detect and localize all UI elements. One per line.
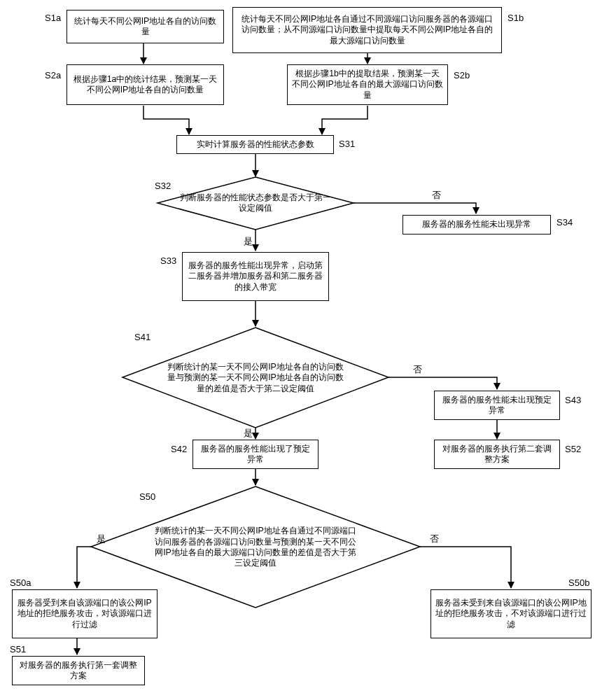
node-s51-text: 对服务器的服务执行第一套调整方案 (17, 660, 140, 682)
label-s32: S32 (153, 181, 172, 192)
edge-s50-no: 否 (430, 533, 439, 545)
edge-s50-yes: 是 (97, 533, 106, 545)
node-s32-text: 判断服务器的性能状态参数是否大于第一设定阈值 (175, 192, 336, 214)
label-s33: S33 (159, 255, 178, 267)
label-s50: S50 (138, 491, 157, 503)
node-s50-text: 判断统计的某一天不同公网IP地址各自通过不同源端口访问服务器的各源端口访问数量与… (149, 526, 362, 568)
edge-s41-no: 否 (413, 364, 422, 375)
label-s41: S41 (133, 332, 152, 343)
node-s50b: 服务器未受到来自该源端口的该公网IP地址的拒绝服务攻击，不对该源端口进行过滤 (430, 589, 592, 638)
label-s2a: S2a (43, 70, 62, 81)
node-s50a-text: 服务器受到来自该源端口的该公网IP地址的拒绝服务攻击，对该源端口进行过滤 (17, 598, 153, 630)
node-s52-text: 对服务器的服务执行第二套调整方案 (439, 444, 555, 465)
node-s42: 服务器的服务性能出现了预定异常 (192, 440, 318, 469)
node-s33: 服务器的服务性能出现异常，启动第二服务器并增加服务器和第二服务器的接入带宽 (182, 252, 329, 301)
label-s31: S31 (337, 139, 356, 150)
node-s2b-text: 根据步骤1b中的提取结果，预测某一天不同公网IP地址各自的最大源端口访问数量 (292, 69, 443, 101)
edge-s32-yes: 是 (244, 236, 253, 247)
edge-s32-no: 否 (432, 190, 441, 201)
label-s52: S52 (564, 444, 582, 455)
node-s2a-text: 根据步骤1a中的统计结果，预测某一天不同公网IP地址各自的访问数量 (71, 74, 219, 96)
node-s31: 实时计算服务器的性能状态参数 (176, 135, 334, 154)
node-s43: 服务器的服务性能未出现预定异常 (434, 391, 560, 420)
node-s2a: 根据步骤1a中的统计结果，预测某一天不同公网IP地址各自的访问数量 (66, 64, 224, 105)
node-s1a-text: 统计每天不同公网IP地址各自的访问数量 (71, 16, 219, 38)
node-s50a: 服务器受到来自该源端口的该公网IP地址的拒绝服务攻击，对该源端口进行过滤 (12, 589, 158, 638)
label-s50b: S50b (567, 578, 591, 589)
node-s42-text: 服务器的服务性能出现了预定异常 (197, 444, 314, 465)
label-s2b: S2b (452, 70, 471, 81)
label-s1a: S1a (43, 13, 62, 24)
node-s33-text: 服务器的服务性能出现异常，启动第二服务器并增加服务器和第二服务器的接入带宽 (187, 260, 324, 293)
edge-s41-yes: 是 (244, 428, 253, 439)
node-s32: 判断服务器的性能状态参数是否大于第一设定阈值 (175, 185, 336, 221)
node-s43-text: 服务器的服务性能未出现预定异常 (439, 395, 555, 416)
node-s50b-text: 服务器未受到来自该源端口的该公网IP地址的拒绝服务攻击，不对该源端口进行过滤 (435, 598, 587, 630)
node-s2b: 根据步骤1b中的提取结果，预测某一天不同公网IP地址各自的最大源端口访问数量 (287, 64, 448, 105)
node-s1b-text: 统计每天不同公网IP地址各自通过不同源端口访问服务器的各源端口访问数量；从不同源… (237, 14, 497, 46)
node-s41: 判断统计的某一天不同公网IP地址各自的访问数量与预测的某一天不同公网IP地址各自… (162, 346, 349, 410)
node-s34-text: 服务器的服务性能未出现异常 (407, 219, 546, 230)
label-s34: S34 (555, 217, 574, 228)
node-s31-text: 实时计算服务器的性能状态参数 (181, 139, 329, 150)
label-s50a: S50a (8, 578, 32, 589)
node-s41-text: 判断统计的某一天不同公网IP地址各自的访问数量与预测的某一天不同公网IP地址各自… (162, 362, 349, 394)
label-s51: S51 (8, 644, 27, 655)
label-s42: S42 (169, 444, 188, 455)
node-s34: 服务器的服务性能未出现异常 (402, 215, 551, 234)
node-s51: 对服务器的服务执行第一套调整方案 (12, 656, 145, 685)
label-s43: S43 (564, 395, 582, 406)
node-s50: 判断统计的某一天不同公网IP地址各自通过不同源端口访问服务器的各源端口访问数量与… (149, 504, 362, 591)
node-s1a: 统计每天不同公网IP地址各自的访问数量 (66, 10, 224, 43)
flowchart-canvas: 统计每天不同公网IP地址各自的访问数量 S1a 统计每天不同公网IP地址各自通过… (0, 0, 602, 700)
node-s1b: 统计每天不同公网IP地址各自通过不同源端口访问服务器的各源端口访问数量；从不同源… (232, 7, 502, 53)
node-s52: 对服务器的服务执行第二套调整方案 (434, 440, 560, 469)
label-s1b: S1b (506, 13, 525, 24)
